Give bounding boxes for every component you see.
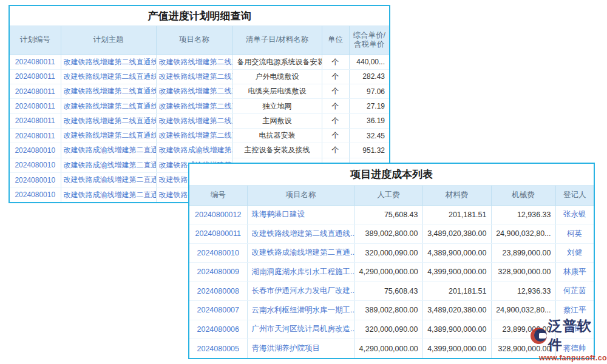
cell-link[interactable]: 改建铁路成渝线增建第二直通 xyxy=(61,158,156,172)
cell-link[interactable]: 张永银 xyxy=(555,205,594,224)
cell-link[interactable]: 改建铁路线增建第二线直通线... xyxy=(247,224,354,244)
cell-link[interactable]: 2024080010 xyxy=(10,187,61,202)
column-header: 项目名称 xyxy=(247,186,354,205)
table-cell: 4,399,900,000.00 xyxy=(422,263,491,282)
cell-link[interactable]: 2024080011 xyxy=(10,128,61,143)
table-cell: 个 xyxy=(322,55,349,69)
cell-link[interactable]: 改建铁路线增建第二线直通线 xyxy=(61,128,156,143)
cell-link[interactable]: 改建铁路线增建第二线直通线 xyxy=(156,55,232,69)
table-cell: 电缆夹层电缆敷设 xyxy=(232,84,322,99)
cell-link[interactable]: 改建铁路线增建第二线直通线 xyxy=(61,55,156,69)
cell-link[interactable]: 2024080011 xyxy=(10,113,61,128)
cell-link[interactable]: 20240800011 xyxy=(189,224,247,244)
table-cell: 4,399,900,000.00 xyxy=(422,339,491,359)
table-cell: 备用交流电源系统设备安装 xyxy=(232,55,322,69)
cell-link[interactable]: 刘健 xyxy=(555,243,594,263)
table-cell: 201,181.51 xyxy=(422,205,491,224)
table-cell: 389,002,800.00 xyxy=(354,224,422,244)
cell-link[interactable]: 青海洪湖养护院项目 xyxy=(247,339,354,359)
cell-link[interactable]: 2024080010 xyxy=(10,158,61,172)
cell-link[interactable]: 改建铁路成渝线增建第二直通 xyxy=(61,172,156,187)
cell-link[interactable]: 改建铁路线增建第二线直通线 xyxy=(61,84,156,99)
cell-link[interactable]: 改建铁路成渝线增建第二直通 xyxy=(156,143,232,158)
cell-link[interactable]: 改建铁路成渝线增建第二直通 xyxy=(61,143,156,158)
table-cell: 主网敷设 xyxy=(232,113,322,128)
table-cell: 个 xyxy=(322,69,349,84)
table-cell: 3,489,020,380.00 xyxy=(422,301,491,320)
column-header: 登记人 xyxy=(555,186,594,205)
column-header: 机械费 xyxy=(491,186,555,205)
table-cell: 12,936.33 xyxy=(491,205,555,224)
fanpu-logo-text: 泛普软件 xyxy=(548,317,606,354)
table-row: 2024080011改建铁路线增建第二线直通线改建铁路线增建第二线直通线电缆夹层… xyxy=(10,84,389,99)
cell-link[interactable]: 林康平 xyxy=(555,263,594,282)
table-row: 2024080008长春市伊通河水力发电厂改建...75,608.43201,1… xyxy=(189,281,594,301)
header-row: 计划编号计划主题项目名称清单子目/材料名称单位综合单价/含税单价 xyxy=(10,26,389,55)
table-cell: 440,00... xyxy=(349,55,389,69)
cell-link[interactable]: 改建铁路线增建第二线直通线 xyxy=(61,113,156,128)
cell-link[interactable]: 2024080005 xyxy=(189,339,247,359)
table-cell: 12,936.33 xyxy=(491,281,555,301)
table-row: 20240800012珠海鹤港口建设75,608.43201,181.5112,… xyxy=(189,205,594,224)
cell-link[interactable]: 改建铁路线增建第二线直通线 xyxy=(61,69,156,84)
table-cell: 4,290,000,000.00 xyxy=(354,339,422,359)
table-cell: 24,900,032,80... xyxy=(491,224,555,244)
cell-link[interactable]: 2024080006 xyxy=(189,320,247,339)
cell-link[interactable]: 2024080007 xyxy=(189,301,247,320)
table-row: 2024080011改建铁路线增建第二线直通线改建铁路线增建第二线直通线独立地网… xyxy=(10,99,389,113)
cell-link[interactable]: 改建铁路线增建第二线直通线 xyxy=(156,69,232,84)
table-cell: 97.06 xyxy=(349,84,389,99)
table-cell: 328,900,000.00 xyxy=(491,263,555,282)
cell-link[interactable]: 2024080011 xyxy=(10,99,61,113)
table-cell: 主控设备安装及接线 xyxy=(232,143,322,158)
table-cell: 个 xyxy=(322,113,349,128)
cell-link[interactable]: 2024080010 xyxy=(10,143,61,158)
table-cell: 27.19 xyxy=(349,99,389,113)
cell-link[interactable]: 2024080009 xyxy=(189,263,247,282)
cell-link[interactable]: 改建铁路线增建第二线直通线 xyxy=(156,128,232,143)
column-header: 计划主题 xyxy=(61,26,156,55)
cell-link[interactable]: 2024080011 xyxy=(10,55,61,69)
table-cell: 个 xyxy=(322,99,349,113)
cell-link[interactable]: 2024080010 xyxy=(10,172,61,187)
table-cell: 4,389,900,000.00 xyxy=(422,243,491,263)
cell-link[interactable]: 改建铁路成渝线增建第二直通 xyxy=(61,187,156,202)
column-header: 计划编号 xyxy=(10,26,61,55)
table-cell: 独立地网 xyxy=(232,99,322,113)
table-cell: 320,000,090.00 xyxy=(354,320,422,339)
column-header: 综合单价/含税单价 xyxy=(349,26,389,55)
table-cell: 3,489,020,380.00 xyxy=(422,224,491,244)
table-cell: 电抗器安装 xyxy=(232,128,322,143)
column-header: 材料费 xyxy=(422,186,491,205)
cell-link[interactable]: 改建铁路线增建第二线直通线 xyxy=(156,84,232,99)
cell-link[interactable]: 改建铁路线增建第二线直通线 xyxy=(156,113,232,128)
column-header: 人工费 xyxy=(354,186,422,205)
cell-link[interactable]: 柯英 xyxy=(555,224,594,244)
panel2-title: 项目进度成本列表 xyxy=(189,164,594,186)
table-row: 20240800011改建铁路线增建第二线直通线...389,002,800.0… xyxy=(189,224,594,244)
cell-link[interactable]: 广州市天河区统计局机房改造... xyxy=(247,320,354,339)
fanpu-logo-icon xyxy=(531,328,547,344)
cell-link[interactable]: 改建铁路线增建第二线直通线 xyxy=(156,99,232,113)
cell-link[interactable]: 湖南洞庭湖水库引水工程施工... xyxy=(247,263,354,282)
panel1-title: 产值进度计划明细查询 xyxy=(10,6,389,26)
cell-link[interactable]: 2024080010 xyxy=(189,243,247,263)
cell-link[interactable]: 改建铁路线增建第二线直通线 xyxy=(61,99,156,113)
table-cell: 4,290,000,000.00 xyxy=(354,263,422,282)
table-cell: 32.45 xyxy=(349,128,389,143)
cell-link[interactable]: 20240800012 xyxy=(189,205,247,224)
fanpu-logo-url: www.fanpusoft.com xyxy=(531,354,606,362)
cell-link[interactable]: 2024080011 xyxy=(10,69,61,84)
header-row: 编号项目名称人工费材料费机械费登记人 xyxy=(189,186,594,205)
table-row: 2024080010改建铁路成渝线增建第二直通改建铁路成渝线增建第二直通主控设备… xyxy=(10,143,389,158)
table-row: 2024080010改建铁路成渝线增建第二直通...320,000,090.00… xyxy=(189,243,594,263)
cell-link[interactable]: 改建铁路成渝线增建第二直通... xyxy=(247,243,354,263)
cell-link[interactable]: 2024080011 xyxy=(10,84,61,99)
cell-link[interactable]: 2024080008 xyxy=(189,281,247,301)
cell-link[interactable]: 何芷茵 xyxy=(555,281,594,301)
cell-link[interactable]: 长春市伊通河水力发电厂改建... xyxy=(247,281,354,301)
cell-link[interactable]: 云南水利枢纽潜明水库一期工... xyxy=(247,301,354,320)
cell-link[interactable]: 珠海鹤港口建设 xyxy=(247,205,354,224)
table-cell: 个 xyxy=(322,128,349,143)
table-cell: 951.32 xyxy=(349,143,389,158)
